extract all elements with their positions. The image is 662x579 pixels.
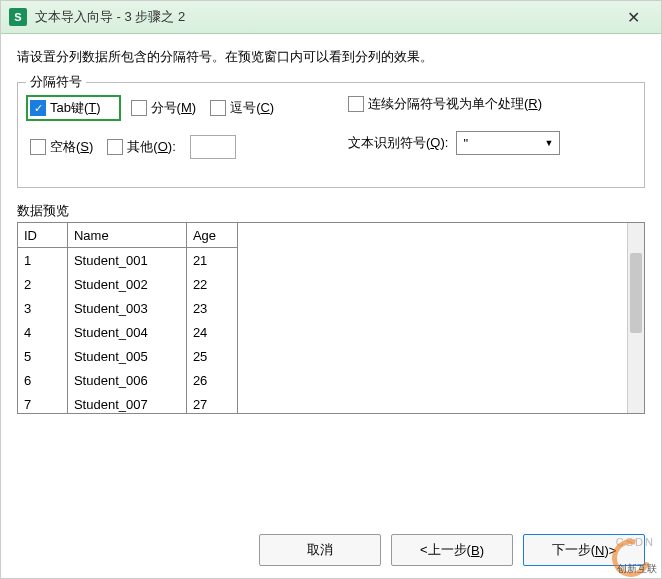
table-row: 1Student_00121 [18,248,238,273]
consecutive-checkbox[interactable]: 连续分隔符号视为单个处理(R) [348,95,542,113]
chevron-down-icon: ▼ [545,138,554,148]
footer-buttons: 取消 <上一步(B) 下一步(N)> [259,534,645,566]
space-label: 空格(S) [50,138,93,156]
preview-table: ID Name Age 1Student_00121 2Student_0022… [18,223,238,414]
back-button[interactable]: <上一步(B) [391,534,513,566]
table-row: 6Student_00626 [18,368,238,392]
checkbox-icon [348,96,364,112]
checkbox-icon [107,139,123,155]
semicolon-checkbox[interactable]: 分号(M) [131,99,197,117]
tab-checkbox[interactable]: ✓ Tab键(T) [30,99,101,117]
delimiter-right-column: 连续分隔符号视为单个处理(R) 文本识别符号(Q): " ▼ [348,95,560,173]
qualifier-label: 文本识别符号(Q): [348,134,448,152]
col-age: Age [186,223,237,248]
cancel-button[interactable]: 取消 [259,534,381,566]
table-row: 7Student_00727 [18,392,238,414]
wizard-window: S 文本导入向导 - 3 步骤之 2 ✕ 请设置分列数据所包含的分隔符号。在预览… [0,0,662,579]
vertical-scrollbar[interactable] [627,223,644,413]
instruction-text: 请设置分列数据所包含的分隔符号。在预览窗口内可以看到分列的效果。 [17,48,645,66]
comma-label: 逗号(C) [230,99,274,117]
checkbox-icon: ✓ [30,100,46,116]
delimiter-legend: 分隔符号 [26,73,86,91]
other-delimiter-input[interactable] [190,135,236,159]
table-row: 4Student_00424 [18,320,238,344]
table-row: 3Student_00323 [18,296,238,320]
scrollbar-thumb[interactable] [630,253,642,333]
table-row: 2Student_00222 [18,272,238,296]
close-icon: ✕ [627,8,640,27]
semicolon-label: 分号(M) [151,99,197,117]
app-icon: S [9,8,27,26]
preview-label: 数据预览 [17,202,645,220]
checkbox-icon [30,139,46,155]
consecutive-label: 连续分隔符号视为单个处理(R) [368,95,542,113]
close-button[interactable]: ✕ [613,1,653,33]
qualifier-value: " [463,136,468,151]
other-label: 其他(O): [127,138,175,156]
table-row: 5Student_00525 [18,344,238,368]
window-title: 文本导入向导 - 3 步骤之 2 [35,8,613,26]
col-id: ID [18,223,67,248]
delimiter-fieldset: 分隔符号 ✓ Tab键(T) 分号(M) 逗号(C) [17,82,645,188]
checkbox-icon [210,100,226,116]
qualifier-combo[interactable]: " ▼ [456,131,560,155]
titlebar: S 文本导入向导 - 3 步骤之 2 ✕ [1,1,661,34]
preview-box: ID Name Age 1Student_00121 2Student_0022… [17,222,645,414]
table-header-row: ID Name Age [18,223,238,248]
content-area: 请设置分列数据所包含的分隔符号。在预览窗口内可以看到分列的效果。 分隔符号 ✓ … [1,34,661,188]
space-checkbox[interactable]: 空格(S) [30,138,93,156]
tab-highlight: ✓ Tab键(T) [26,95,121,121]
col-name: Name [67,223,186,248]
other-checkbox[interactable]: 其他(O): [107,138,175,156]
comma-checkbox[interactable]: 逗号(C) [210,99,274,117]
tab-label: Tab键(T) [50,99,101,117]
checkbox-icon [131,100,147,116]
brand-watermark-text: 创新互联 [617,562,657,576]
